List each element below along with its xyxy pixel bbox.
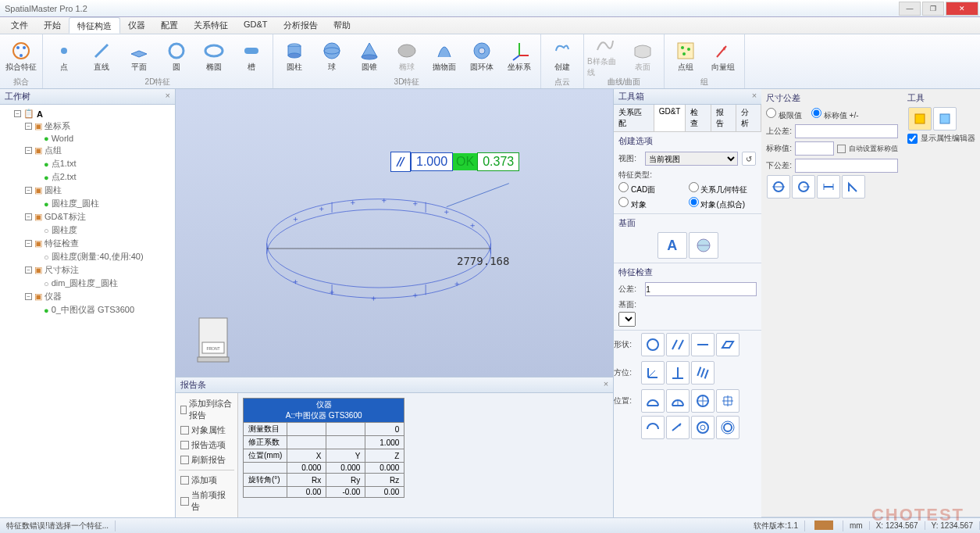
- lower-tol-input[interactable]: [795, 159, 898, 173]
- ribbon-slot[interactable]: 槽: [233, 36, 269, 77]
- type-radio[interactable]: 对象: [618, 197, 687, 210]
- dimbtns-0[interactable]: [767, 175, 790, 199]
- tree-item[interactable]: 0_中图仪器 GTS3600: [52, 304, 134, 316]
- dimbtns-3[interactable]: [842, 175, 865, 199]
- minimize-button[interactable]: —: [899, 2, 921, 16]
- tree-toggle[interactable]: −: [25, 240, 32, 247]
- posbtns-0[interactable]: [641, 389, 665, 413]
- tool-btn-2[interactable]: [933, 107, 957, 131]
- gdt-callout[interactable]: 1.000 OK 0.373: [390, 152, 519, 172]
- tolerance-input[interactable]: [645, 282, 757, 296]
- tree-toggle[interactable]: −: [25, 266, 32, 274]
- posbtns-1[interactable]: [666, 389, 690, 413]
- tree-item[interactable]: 圆柱度: [52, 224, 77, 236]
- auto-nominal-checkbox[interactable]: [837, 145, 846, 153]
- ribbon-parab[interactable]: 抛物面: [426, 36, 462, 77]
- ribbon-pgrp[interactable]: 点组: [668, 36, 704, 77]
- posbtns2-3[interactable]: [716, 416, 739, 439]
- menu-3[interactable]: 仪器: [120, 17, 153, 34]
- posbtns-3[interactable]: [716, 389, 739, 413]
- nominal-input[interactable]: [795, 141, 834, 156]
- view-select[interactable]: 当前视图: [645, 152, 738, 166]
- menu-7[interactable]: 分析报告: [276, 17, 326, 34]
- report-table: 仪器A::中图仪器 GTS3600测量数目0修正系数1.000位置(mm)XYZ…: [238, 393, 409, 533]
- shapebtns-2[interactable]: [691, 333, 715, 356]
- menu-0[interactable]: 文件: [3, 17, 36, 34]
- ribbon-torus[interactable]: 圆环体: [464, 36, 500, 77]
- ribbon-vgrp[interactable]: 向量组: [705, 36, 741, 77]
- ribbon-ellip[interactable]: 椭圆: [196, 36, 232, 77]
- ribbon-sph[interactable]: 球: [314, 36, 350, 77]
- orientbtns-0[interactable]: [641, 361, 665, 385]
- worktree[interactable]: − 📋 A− ▣ 坐标系● World− ▣ 点组● 点1.txt● 点2.tx…: [0, 105, 175, 517]
- tree-toggle[interactable]: −: [25, 123, 32, 130]
- tool-btn-1[interactable]: [908, 107, 932, 131]
- toolbox-tab-0[interactable]: 关系匹配: [614, 105, 654, 131]
- datum-select[interactable]: [618, 312, 636, 327]
- tree-item[interactable]: 点1.txt: [52, 158, 77, 170]
- type-radio[interactable]: 对象(点拟合): [689, 197, 757, 210]
- posbtns2-2[interactable]: [691, 416, 715, 439]
- maximize-button[interactable]: ❐: [922, 2, 944, 16]
- report-opt[interactable]: 报告选项: [179, 438, 234, 453]
- tree-toggle[interactable]: −: [25, 147, 32, 154]
- reportbar-close-icon[interactable]: ×: [604, 379, 608, 391]
- tree-item[interactable]: 圆柱度(测量:40,使用:40): [52, 251, 144, 263]
- ribbon-cloud[interactable]: 创建: [544, 36, 580, 77]
- toolbox-tab-2[interactable]: 检查: [686, 105, 711, 131]
- posbtns2-1[interactable]: [666, 416, 690, 439]
- dimbtns-1[interactable]: [792, 175, 815, 199]
- ribbon-pt[interactable]: 点: [46, 36, 82, 77]
- orientbtns-2[interactable]: [691, 361, 715, 385]
- tree-item[interactable]: 圆柱度_圆柱: [52, 198, 99, 209]
- dimbtns-2[interactable]: [817, 175, 840, 199]
- report-opt[interactable]: 对象属性: [179, 423, 234, 438]
- tree-item[interactable]: 点2.txt: [52, 171, 77, 183]
- posbtns2-0[interactable]: [641, 416, 665, 439]
- report-opt[interactable]: 添加项: [179, 473, 234, 488]
- report-opt[interactable]: 当前项报告: [179, 488, 234, 514]
- ribbon-plane[interactable]: 平面: [121, 36, 157, 77]
- toolbox-tab-3[interactable]: 报告: [711, 105, 736, 131]
- ribbon-circ[interactable]: 圆: [159, 36, 194, 77]
- menu-8[interactable]: 帮助: [326, 17, 358, 34]
- shapebtns-0[interactable]: [641, 333, 665, 356]
- toolbox-tab-4[interactable]: 分析: [736, 105, 761, 131]
- shapebtns-1[interactable]: [666, 333, 690, 356]
- posbtns-2[interactable]: [691, 389, 715, 413]
- worktree-close-icon[interactable]: ×: [166, 91, 170, 102]
- ribbon-fit[interactable]: 拟合特征: [3, 36, 39, 77]
- datum-target-button[interactable]: [689, 232, 718, 259]
- menu-4[interactable]: 配置: [153, 17, 186, 34]
- shapebtns-3[interactable]: [716, 333, 739, 356]
- type-radio[interactable]: 关系几何特征: [689, 182, 757, 195]
- ribbon-cyl[interactable]: 圆柱: [276, 36, 312, 77]
- view-reset-button[interactable]: ↺: [742, 152, 756, 166]
- ribbon-csys[interactable]: 坐标系: [501, 36, 537, 77]
- datum-letter-button[interactable]: A: [657, 232, 687, 259]
- toolbox-tab-1[interactable]: GD&T: [654, 105, 686, 131]
- tree-toggle[interactable]: −: [25, 293, 32, 300]
- menu-6[interactable]: GD&T: [236, 17, 276, 34]
- dimtol-radio[interactable]: 极限值: [766, 108, 802, 121]
- upper-tol-input[interactable]: [795, 124, 898, 138]
- close-button[interactable]: ✕: [946, 2, 978, 16]
- toolbox-close-icon[interactable]: ×: [752, 91, 757, 102]
- viewport-3d[interactable]: 2779.168 1.000 OK 0.373 FRONT: [176, 89, 613, 377]
- ribbon-line[interactable]: 直线: [84, 36, 119, 77]
- menu-5[interactable]: 关系特征: [186, 17, 236, 34]
- orientbtns-1[interactable]: [666, 361, 690, 385]
- tree-toggle[interactable]: −: [25, 187, 32, 194]
- report-opt[interactable]: 刷新报告: [179, 453, 234, 467]
- tree-item[interactable]: dim_圆柱度_圆柱: [52, 277, 118, 289]
- show-editor-checkbox[interactable]: [907, 134, 918, 144]
- ribbon-cone[interactable]: 圆锥: [351, 36, 387, 77]
- tree-item[interactable]: World: [52, 134, 74, 143]
- menu-1[interactable]: 开始: [36, 17, 69, 34]
- type-radio[interactable]: CAD面: [618, 182, 687, 195]
- svg-rect-64: [198, 357, 229, 362]
- menu-2[interactable]: 特征构造: [69, 17, 120, 34]
- dimtol-radio[interactable]: 标称值 +/-: [811, 108, 859, 121]
- report-opt[interactable]: 添加到综合报告: [179, 396, 234, 423]
- tree-toggle[interactable]: −: [25, 213, 32, 220]
